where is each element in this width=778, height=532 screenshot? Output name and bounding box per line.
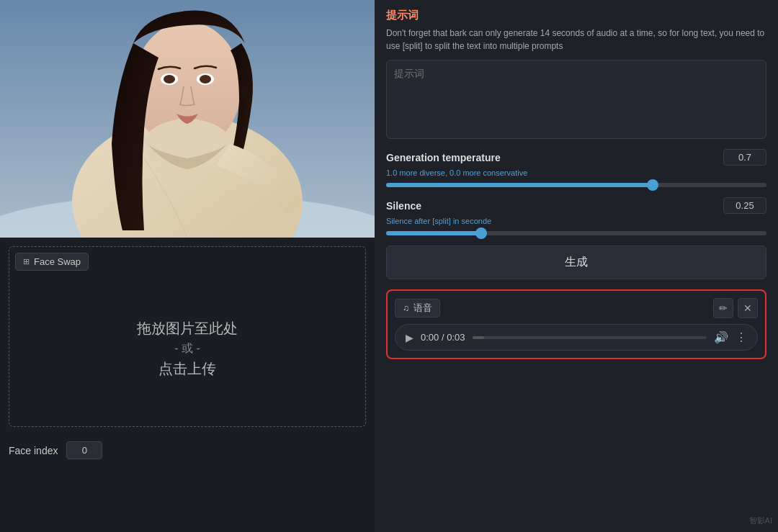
- play-button[interactable]: ▶: [406, 332, 413, 343]
- audio-note-icon: ♫: [403, 303, 409, 313]
- drop-zone[interactable]: 拖放图片至此处 - 或 - 点击上传: [15, 276, 359, 420]
- svg-point-9: [200, 75, 211, 84]
- image-area: [0, 0, 375, 238]
- audio-label-text: 语音: [413, 302, 432, 315]
- time-display: 0:00 / 0:03: [421, 332, 465, 343]
- prompt-textarea[interactable]: [386, 60, 766, 139]
- generation-temp-hint: 1.0 more diverse, 0.0 more conservative: [386, 168, 766, 177]
- volume-icon[interactable]: 🔊: [714, 330, 728, 344]
- silence-row: Silence 0.25: [386, 197, 766, 214]
- time-current: 0:00: [421, 332, 439, 343]
- silence-value[interactable]: 0.25: [723, 197, 766, 214]
- audio-progress-fill: [473, 336, 484, 339]
- audio-label-row: ♫ 语音 ✏ ✕: [395, 298, 758, 318]
- drop-text-main: 拖放图片至此处: [137, 319, 238, 338]
- time-sep: /: [442, 332, 444, 343]
- audio-close-button[interactable]: ✕: [738, 298, 758, 318]
- portrait-svg: [0, 0, 375, 238]
- audio-section: ♫ 语音 ✏ ✕ ▶ 0:00 / 0:03 🔊 ⋮: [386, 289, 766, 359]
- svg-point-7: [164, 75, 175, 84]
- silence-fill: [386, 231, 481, 235]
- silence-hint: Silence after [split] in seconde: [386, 217, 766, 225]
- face-swap-label: Face Swap: [34, 256, 81, 267]
- face-swap-section: ⊞ Face Swap 拖放图片至此处 - 或 - 点击上传: [9, 246, 366, 427]
- generation-temp-slider[interactable]: [386, 183, 766, 187]
- drop-text-or: - 或 -: [174, 341, 200, 356]
- time-total: 0:03: [447, 332, 465, 343]
- prompt-title: 提示词: [386, 9, 766, 22]
- face-index-row: Face index 0: [0, 436, 375, 465]
- audio-progress-bar[interactable]: [473, 336, 707, 339]
- more-options-icon[interactable]: ⋮: [735, 330, 747, 344]
- generate-button[interactable]: 生成: [386, 245, 766, 279]
- prompt-desc: Don't forget that bark can only generate…: [386, 27, 766, 53]
- silence-thumb[interactable]: [475, 227, 487, 239]
- generation-temp-row: Generation temperature 0.7: [386, 149, 766, 166]
- audio-actions: ✏ ✕: [713, 298, 758, 318]
- watermark: 智影AI: [749, 515, 772, 526]
- photo-bg: [0, 0, 375, 238]
- watermark-text: 智影AI: [749, 515, 772, 526]
- audio-player: ▶ 0:00 / 0:03 🔊 ⋮: [395, 324, 758, 351]
- silence-label: Silence: [386, 200, 421, 212]
- audio-label: ♫ 语音: [395, 299, 440, 317]
- generation-temp-label: Generation temperature: [386, 152, 501, 163]
- generation-temp-thumb[interactable]: [647, 179, 658, 191]
- face-index-value[interactable]: 0: [66, 441, 102, 459]
- silence-slider[interactable]: [386, 231, 766, 235]
- left-panel: ⊞ Face Swap 拖放图片至此处 - 或 - 点击上传 Face inde…: [0, 0, 375, 532]
- audio-edit-button[interactable]: ✏: [713, 298, 733, 318]
- face-swap-icon: ⊞: [23, 257, 30, 266]
- drop-text-upload: 点击上传: [158, 359, 216, 379]
- generation-temp-fill: [386, 183, 653, 187]
- right-panel: 提示词 Don't forget that bark can only gene…: [375, 0, 778, 532]
- face-index-label: Face index: [9, 445, 58, 456]
- generation-temp-value[interactable]: 0.7: [723, 149, 766, 166]
- face-swap-tab[interactable]: ⊞ Face Swap: [15, 253, 89, 271]
